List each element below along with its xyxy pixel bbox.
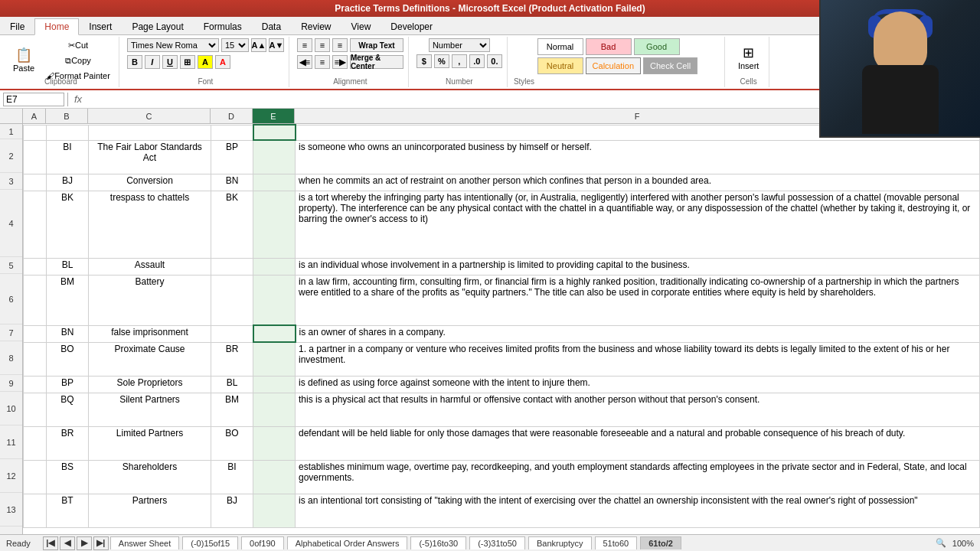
merge-center-button[interactable]: Merge & Center	[350, 55, 403, 69]
cell-a3[interactable]	[24, 174, 47, 191]
insert-button[interactable]: ⊞ Insert	[733, 38, 765, 78]
cell-a1[interactable]	[24, 125, 47, 140]
sheet-tab-0of190[interactable]: 0of190	[241, 536, 284, 549]
cell-f9[interactable]: is defined as using force against someon…	[296, 376, 980, 393]
col-header-e[interactable]: E	[253, 109, 295, 123]
cell-b6[interactable]: BM	[47, 275, 89, 325]
row-num-6[interactable]: 6	[0, 274, 22, 324]
sheet-last-button[interactable]: ▶|	[93, 536, 109, 550]
cell-e1[interactable]	[253, 125, 296, 140]
number-format-select[interactable]: Number	[429, 38, 490, 52]
col-header-c[interactable]: C	[88, 109, 211, 123]
font-name-select[interactable]: Times New Roma	[127, 38, 219, 52]
align-right-button[interactable]: ≡▶	[332, 55, 348, 69]
row-num-9[interactable]: 9	[0, 375, 22, 392]
cell-c9[interactable]: Sole Proprietors	[89, 376, 211, 393]
style-calculation[interactable]: Calculation	[586, 57, 641, 74]
decrease-decimal-button[interactable]: .0	[469, 54, 485, 68]
tab-file[interactable]: File	[0, 18, 34, 34]
increase-font-button[interactable]: A▲	[251, 38, 266, 52]
sheet-tab-bankruptcy[interactable]: Bankruptycy	[528, 536, 592, 549]
cell-b8[interactable]: BO	[47, 342, 89, 376]
cell-d13[interactable]: BJ	[211, 494, 253, 527]
cell-a6[interactable]	[24, 275, 47, 325]
cell-f8[interactable]: 1. a partner in a company or venture who…	[296, 342, 980, 376]
cell-d5[interactable]	[211, 258, 253, 275]
cell-e5[interactable]	[253, 258, 296, 275]
align-top-center-button[interactable]: ≡	[315, 38, 330, 52]
cell-e3[interactable]	[253, 174, 296, 191]
cell-c12[interactable]: Shareholders	[89, 460, 211, 494]
cell-d10[interactable]: BM	[211, 393, 253, 426]
cell-e6[interactable]	[253, 275, 296, 325]
cell-d6[interactable]	[211, 275, 253, 325]
copy-button[interactable]: ⧉ Copy	[42, 54, 114, 67]
cell-c7[interactable]: false imprisonment	[89, 325, 211, 342]
cell-c4[interactable]: trespass to chattels	[89, 191, 211, 258]
col-header-b[interactable]: B	[46, 109, 88, 123]
cell-b3[interactable]: BJ	[47, 174, 89, 191]
sheet-first-button[interactable]: |◀	[43, 536, 58, 550]
tab-developer[interactable]: Developer	[381, 18, 443, 34]
cell-c13[interactable]: Partners	[89, 494, 211, 527]
border-button[interactable]: ⊞	[180, 55, 195, 69]
cell-f13[interactable]: is an intentional tort consisting of "ta…	[296, 494, 980, 527]
cell-b12[interactable]: BS	[47, 460, 89, 494]
cell-c3[interactable]: Conversion	[89, 174, 211, 191]
cell-e10[interactable]	[253, 393, 296, 426]
tab-insert[interactable]: Insert	[79, 18, 122, 34]
sheet-prev-button[interactable]: ◀	[60, 536, 75, 550]
cell-a8[interactable]	[24, 342, 47, 376]
cell-b9[interactable]: BP	[47, 376, 89, 393]
align-top-right-button[interactable]: ≡	[332, 38, 348, 52]
cell-a2[interactable]	[24, 140, 47, 174]
wrap-text-button[interactable]: Wrap Text	[350, 38, 403, 52]
tab-page-layout[interactable]: Page Layout	[122, 18, 193, 34]
cell-b1[interactable]	[47, 125, 89, 140]
cell-c11[interactable]: Limited Partners	[89, 426, 211, 460]
style-bad[interactable]: Bad	[586, 38, 632, 55]
row-num-1[interactable]: 1	[0, 124, 22, 139]
cell-d7[interactable]	[211, 325, 253, 342]
cell-f5[interactable]: is an individual whose involvement in a …	[296, 258, 980, 275]
row-num-10[interactable]: 10	[0, 392, 22, 425]
cell-b10[interactable]: BQ	[47, 393, 89, 426]
increase-decimal-button[interactable]: 0.	[487, 54, 502, 68]
cell-f4[interactable]: is a tort whereby the infringing party h…	[296, 191, 980, 258]
cell-d2[interactable]: BP	[211, 140, 253, 174]
cell-f6[interactable]: in a law firm, accounting firm, consulti…	[296, 275, 980, 325]
tab-formulas[interactable]: Formulas	[194, 18, 252, 34]
sheet-tab-51to60[interactable]: 51to60	[595, 536, 638, 549]
tab-home[interactable]: Home	[34, 18, 79, 35]
sheet-tab-61to2[interactable]: 61to/2	[640, 536, 681, 549]
row-num-2[interactable]: 2	[0, 139, 22, 173]
cell-e11[interactable]	[253, 426, 296, 460]
cell-b11[interactable]: BR	[47, 426, 89, 460]
cell-f7[interactable]: is an owner of shares in a company.	[296, 325, 980, 342]
row-num-3[interactable]: 3	[0, 173, 22, 190]
cell-d1[interactable]	[211, 125, 253, 140]
sheet-next-button[interactable]: ▶	[77, 536, 92, 550]
cell-e2[interactable]	[253, 140, 296, 174]
cell-c5[interactable]: Assault	[89, 258, 211, 275]
row-num-13[interactable]: 13	[0, 493, 22, 527]
font-size-select[interactable]: 15	[221, 38, 249, 52]
cell-e12[interactable]	[253, 460, 296, 494]
cell-e8[interactable]	[253, 342, 296, 376]
bold-button[interactable]: B	[127, 55, 142, 69]
decrease-font-button[interactable]: A▼	[269, 38, 284, 52]
name-box[interactable]	[3, 93, 64, 106]
cell-b4[interactable]: BK	[47, 191, 89, 258]
sheet-tab-alpha[interactable]: Alphabetical Order Answers	[287, 536, 408, 549]
font-color-button[interactable]: A	[215, 55, 230, 69]
row-num-7[interactable]: 7	[0, 324, 22, 341]
align-top-left-button[interactable]: ≡	[297, 38, 312, 52]
cell-d11[interactable]: BO	[211, 426, 253, 460]
row-num-5[interactable]: 5	[0, 257, 22, 274]
cell-a12[interactable]	[24, 460, 47, 494]
cell-a11[interactable]	[24, 426, 47, 460]
cell-e7[interactable]	[253, 325, 296, 342]
sheet-tab-answer[interactable]: Answer Sheet	[110, 536, 179, 549]
cell-f3[interactable]: when he commits an act of restraint on a…	[296, 174, 980, 191]
cell-e4[interactable]	[253, 191, 296, 258]
